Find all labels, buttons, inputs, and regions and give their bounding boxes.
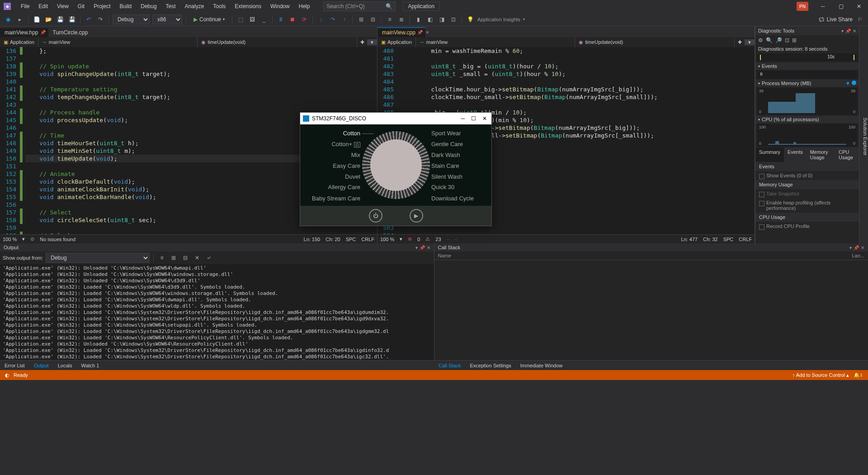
nav-proj-r[interactable]: ▣Application <box>377 37 416 47</box>
undo-icon[interactable]: ↶ <box>84 15 93 24</box>
solution-label[interactable]: Application <box>403 2 439 11</box>
diag-tab-memory-usage[interactable]: Memory Usage <box>807 147 835 162</box>
show-events-item[interactable]: Show Events (0 of 0) <box>755 171 859 180</box>
wrap-icon[interactable]: ⤶ <box>204 253 213 262</box>
output-body[interactable]: 'Application.exe' (Win32): Unloaded 'C:\… <box>0 264 434 360</box>
stop-icon[interactable]: ⏹ <box>288 15 297 24</box>
menu-file[interactable]: File <box>16 1 34 11</box>
close-icon[interactable]: ✕ <box>853 28 856 33</box>
step-into-icon[interactable]: ↓ <box>316 15 326 24</box>
enable-heap-item[interactable]: Enable heap profiling (affects performan… <box>755 198 859 213</box>
wash-option[interactable]: Silent Wash <box>431 173 462 180</box>
zoom-level[interactable]: 100 % <box>3 237 17 242</box>
zoom-in-icon[interactable]: 🔍 <box>766 37 773 43</box>
bottom-tab-locals[interactable]: Locals <box>53 361 77 370</box>
nav-proj[interactable]: ▣Application <box>0 37 38 47</box>
gc-icon[interactable] <box>852 81 856 85</box>
bottom-tab-exception-settings[interactable]: Exception Settings <box>466 361 516 370</box>
sim-titlebar[interactable]: STM32F746G_DISCO ─ ☐ ✕ <box>300 113 491 124</box>
wash-option[interactable]: Cotton+ ⊡ <box>331 141 360 147</box>
bottom-tab-call-stack[interactable]: Call Stack <box>434 361 466 370</box>
time-ruler[interactable]: 10s <box>757 53 857 62</box>
wash-option[interactable]: Sport Wear <box>431 130 461 137</box>
play-button[interactable]: ▶ <box>410 209 423 223</box>
tb-icon-3[interactable]: _ <box>259 15 269 24</box>
bottom-tab-error-list[interactable]: Error List <box>0 361 29 370</box>
split-icon[interactable]: ✚ <box>735 39 745 45</box>
record-cpu-item[interactable]: Record CPU Profile <box>755 222 859 231</box>
zoom-level-r[interactable]: 100 % <box>380 237 394 242</box>
pin-icon[interactable]: 📌 <box>420 245 425 250</box>
dropdown-icon[interactable]: ▾ <box>849 245 852 250</box>
tab-turncircle[interactable]: TurnCircle.cpp <box>48 28 98 37</box>
output-source-combo[interactable]: Debug <box>46 253 150 263</box>
zoom-out-icon[interactable]: 🔎 <box>775 37 782 43</box>
dropdown-icon[interactable]: ▾ <box>745 39 755 45</box>
tb-icon[interactable]: ≡ <box>157 253 166 262</box>
save-all-icon[interactable]: 💾 <box>67 15 76 24</box>
wash-option[interactable]: Download Cycle <box>431 195 474 202</box>
nav-prev-icon[interactable]: ← <box>447 237 452 242</box>
wash-option[interactable]: Allergy Care <box>328 184 360 190</box>
live-share-icon[interactable]: ⮔ <box>819 16 824 23</box>
nav-back-icon[interactable]: ◉ <box>4 15 13 24</box>
menu-extensions[interactable]: Extensions <box>230 1 266 11</box>
tb-icon-a[interactable]: ⊞ <box>357 15 366 24</box>
nav-scope[interactable]: →mainView <box>38 37 198 47</box>
continue-button[interactable]: ▶Continue ▾ <box>190 16 228 23</box>
insights-label[interactable]: Application Insights <box>477 17 520 22</box>
insights-icon[interactable]: 💡 <box>466 15 475 24</box>
reset-icon[interactable]: ⊡ <box>785 37 789 43</box>
close-button[interactable]: ✕ <box>850 0 868 13</box>
close-icon[interactable]: ✕ <box>861 245 864 250</box>
pin-icon[interactable]: 📌 <box>40 30 46 35</box>
nav-next-icon[interactable]: → <box>453 237 458 242</box>
split-icon[interactable]: ✚ <box>357 39 367 45</box>
pause-icon[interactable]: ⏸ <box>276 15 285 24</box>
new-item-icon[interactable]: 📄 <box>32 15 41 24</box>
tb-icon-2[interactable]: 🖼 <box>248 15 257 24</box>
wash-dial[interactable] <box>362 131 430 199</box>
tb-icon-f[interactable]: ◧ <box>425 15 434 24</box>
dropdown-icon[interactable]: ▾ <box>415 245 418 250</box>
mem-section[interactable]: Process Memory (MB)▼ <box>755 80 859 87</box>
wash-option[interactable]: Baby Stream Care <box>312 195 360 202</box>
pin-icon[interactable]: 📌 <box>845 28 851 33</box>
wash-option[interactable]: Gentle Care <box>431 141 463 147</box>
tb-icon-1[interactable]: ⬚ <box>236 15 245 24</box>
solution-explorer-tab[interactable]: Solution Explorer <box>859 26 868 243</box>
menu-view[interactable]: View <box>52 1 73 11</box>
marker-icon[interactable]: ▼ <box>845 81 850 86</box>
menu-edit[interactable]: Edit <box>34 1 52 11</box>
tb-icon[interactable]: ⊞ <box>169 253 178 262</box>
wash-option[interactable]: Duvet <box>345 173 360 180</box>
user-badge[interactable]: PN <box>797 2 808 11</box>
dropdown-icon[interactable]: ▾ <box>841 28 844 33</box>
menu-project[interactable]: Project <box>89 1 115 11</box>
redo-icon[interactable]: ↷ <box>96 15 105 24</box>
config-combo[interactable]: Debug <box>113 14 150 24</box>
pin-icon[interactable]: 📌 <box>854 245 859 250</box>
diag-tab-events[interactable]: Events <box>784 147 807 162</box>
tb-icon-d[interactable]: ≣ <box>397 15 406 24</box>
tb-icon-g[interactable]: ◨ <box>437 15 446 24</box>
cpu-section[interactable]: CPU (% of all processors) <box>755 116 859 123</box>
dropdown-icon[interactable]: ▾ <box>367 39 377 45</box>
nav-func[interactable]: ◉timeUpdate(void) <box>198 37 357 47</box>
events-section[interactable]: Events <box>755 62 859 70</box>
menu-window[interactable]: Window <box>266 1 294 11</box>
wash-option[interactable]: Dark Wash <box>431 152 460 158</box>
col-lang[interactable]: Lan... <box>852 253 864 258</box>
wash-option[interactable]: Easy Care <box>333 162 360 169</box>
take-snapshot-item[interactable]: Take Snapshot <box>755 189 859 198</box>
clear-icon[interactable]: ✕ <box>193 253 202 262</box>
menu-git[interactable]: Git <box>73 1 89 11</box>
minimize-button[interactable]: ─ <box>814 0 832 13</box>
power-button[interactable]: ⏻ <box>369 209 382 223</box>
menu-analyze[interactable]: Analyze <box>180 1 209 11</box>
sim-body[interactable]: CottonCotton+ ⊡MixEasy CareDuvetAllergy … <box>300 124 491 206</box>
tab-mainview-cpp[interactable]: mainView.cpp📌✕ <box>377 27 425 37</box>
feedback-icon[interactable]: ⚐ <box>855 15 864 24</box>
menu-tools[interactable]: Tools <box>208 1 230 11</box>
bottom-tab-immediate-window[interactable]: Immediate Window <box>516 361 567 370</box>
